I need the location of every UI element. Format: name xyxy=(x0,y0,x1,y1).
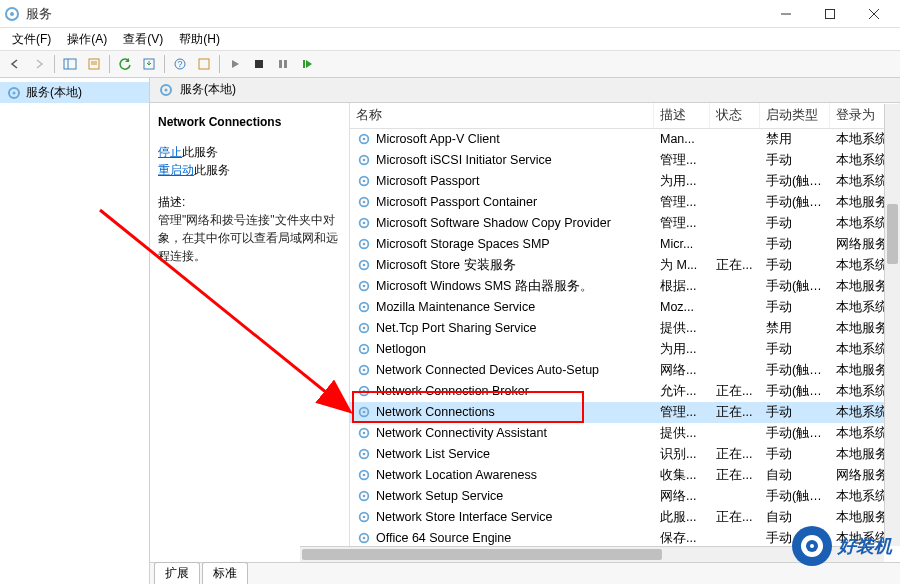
table-row[interactable]: Network Store Interface Service此服...正在..… xyxy=(350,507,900,528)
cell-desc: 根据... xyxy=(654,277,710,296)
export-button[interactable] xyxy=(138,53,160,75)
cell-desc: 管理... xyxy=(654,214,710,233)
svg-point-46 xyxy=(363,369,366,372)
tab-extended[interactable]: 扩展 xyxy=(154,562,200,584)
back-button[interactable] xyxy=(4,53,26,75)
cell-desc: Micr... xyxy=(654,236,710,252)
col-name[interactable]: 名称 xyxy=(350,103,654,128)
options-button[interactable] xyxy=(193,53,215,75)
table-row[interactable]: Network Connectivity Assistant提供...手动(触发… xyxy=(350,423,900,444)
table-row[interactable]: Network Connected Devices Auto-Setup网络..… xyxy=(350,360,900,381)
svg-point-38 xyxy=(363,285,366,288)
cell-startup: 手动 xyxy=(760,298,830,317)
pause-button[interactable] xyxy=(272,53,294,75)
cell-desc: Man... xyxy=(654,131,710,147)
cell-name: Network Setup Service xyxy=(350,487,654,505)
maximize-button[interactable] xyxy=(808,0,852,28)
gear-icon xyxy=(356,215,372,231)
menu-help[interactable]: 帮助(H) xyxy=(171,29,228,50)
service-table-container[interactable]: 名称 描述 状态 启动类型 登录为 Microsoft App-V Client… xyxy=(350,103,900,562)
cell-startup: 禁用 xyxy=(760,319,830,338)
scrollbar-thumb[interactable] xyxy=(887,204,898,264)
scrollbar-thumb[interactable] xyxy=(302,549,662,560)
close-button[interactable] xyxy=(852,0,896,28)
cell-desc: 为用... xyxy=(654,172,710,191)
minimize-button[interactable] xyxy=(764,0,808,28)
tab-standard[interactable]: 标准 xyxy=(202,562,248,584)
cell-status xyxy=(710,138,760,140)
forward-button[interactable] xyxy=(28,53,50,75)
table-row[interactable]: Network Connection Broker允许...正在...手动(触发… xyxy=(350,381,900,402)
svg-point-58 xyxy=(363,495,366,498)
table-row[interactable]: Net.Tcp Port Sharing Service提供...禁用本地服务 xyxy=(350,318,900,339)
table-row[interactable]: Microsoft Store 安装服务为 M...正在...手动本地系统 xyxy=(350,255,900,276)
show-hide-button[interactable] xyxy=(59,53,81,75)
table-row[interactable]: Microsoft Storage Spaces SMPMicr...手动网络服… xyxy=(350,234,900,255)
cell-status xyxy=(710,222,760,224)
cell-desc: 管理... xyxy=(654,193,710,212)
table-row[interactable]: Network Setup Service网络...手动(触发...本地系统 xyxy=(350,486,900,507)
table-row[interactable]: Mozilla Maintenance ServiceMoz...手动本地系统 xyxy=(350,297,900,318)
refresh-button[interactable] xyxy=(114,53,136,75)
toolbar: ? xyxy=(0,50,900,78)
cell-name: Microsoft Store 安装服务 xyxy=(350,256,654,275)
gear-icon xyxy=(356,530,372,546)
separator xyxy=(54,55,55,73)
cell-name: Network List Service xyxy=(350,445,654,463)
cell-name: Net.Tcp Port Sharing Service xyxy=(350,319,654,337)
cell-startup: 手动 xyxy=(760,403,830,422)
svg-point-60 xyxy=(363,516,366,519)
cell-name: Netlogon xyxy=(350,340,654,358)
cell-status: 正在... xyxy=(710,508,760,527)
cell-status xyxy=(710,537,760,539)
play-button[interactable] xyxy=(224,53,246,75)
tree-pane[interactable]: 服务(本地) xyxy=(0,78,150,584)
app-icon xyxy=(4,6,20,22)
gear-icon xyxy=(356,131,372,147)
table-row[interactable]: Netlogon为用...手动本地系统 xyxy=(350,339,900,360)
desc-label: 描述: xyxy=(158,193,341,211)
table-row[interactable]: Microsoft Software Shadow Copy Provider管… xyxy=(350,213,900,234)
selected-service-name: Network Connections xyxy=(158,113,341,131)
table-row[interactable]: Microsoft Passport Container管理...手动(触发..… xyxy=(350,192,900,213)
svg-point-36 xyxy=(363,264,366,267)
menu-file[interactable]: 文件(F) xyxy=(4,29,59,50)
cell-startup: 手动(触发... xyxy=(760,361,830,380)
table-row[interactable]: Microsoft Windows SMS 路由器服务。根据...手动(触发..… xyxy=(350,276,900,297)
col-startup[interactable]: 启动类型 xyxy=(760,103,830,128)
cell-startup: 手动(触发... xyxy=(760,172,830,191)
svg-point-56 xyxy=(363,474,366,477)
cell-name: Network Location Awareness xyxy=(350,466,654,484)
svg-rect-3 xyxy=(826,9,835,18)
table-row[interactable]: Network Connections管理...正在...手动本地系统 xyxy=(350,402,900,423)
svg-point-1 xyxy=(10,12,14,16)
stop-link[interactable]: 停止 xyxy=(158,145,182,159)
cell-startup: 自动 xyxy=(760,466,830,485)
table-header: 名称 描述 状态 启动类型 登录为 xyxy=(350,103,900,129)
svg-point-26 xyxy=(363,159,366,162)
col-status[interactable]: 状态 xyxy=(710,103,760,128)
table-row[interactable]: Microsoft App-V ClientMan...禁用本地系统 xyxy=(350,129,900,150)
help-button[interactable]: ? xyxy=(169,53,191,75)
stop-button[interactable] xyxy=(248,53,270,75)
svg-point-28 xyxy=(363,180,366,183)
svg-point-20 xyxy=(13,91,16,94)
cell-startup: 手动(触发... xyxy=(760,193,830,212)
scrollbar-vertical[interactable] xyxy=(884,104,900,546)
table-row[interactable]: Microsoft Passport为用...手动(触发...本地系统 xyxy=(350,171,900,192)
desc-text: 管理"网络和拨号连接"文件夹中对象，在其中你可以查看局域网和远程连接。 xyxy=(158,211,341,265)
restart-button[interactable] xyxy=(296,53,318,75)
menu-action[interactable]: 操作(A) xyxy=(59,29,115,50)
table-row[interactable]: Network Location Awareness收集...正在...自动网络… xyxy=(350,465,900,486)
cell-status xyxy=(710,243,760,245)
table-row[interactable]: Network List Service识别...正在...手动本地服务 xyxy=(350,444,900,465)
tree-root[interactable]: 服务(本地) xyxy=(0,82,149,103)
gear-icon xyxy=(6,85,22,101)
table-row[interactable]: Microsoft iSCSI Initiator Service管理...手动… xyxy=(350,150,900,171)
menu-view[interactable]: 查看(V) xyxy=(115,29,171,50)
properties-button[interactable] xyxy=(83,53,105,75)
cell-name: Microsoft Storage Spaces SMP xyxy=(350,235,654,253)
restart-link[interactable]: 重启动 xyxy=(158,163,194,177)
gear-icon xyxy=(356,173,372,189)
col-desc[interactable]: 描述 xyxy=(654,103,710,128)
